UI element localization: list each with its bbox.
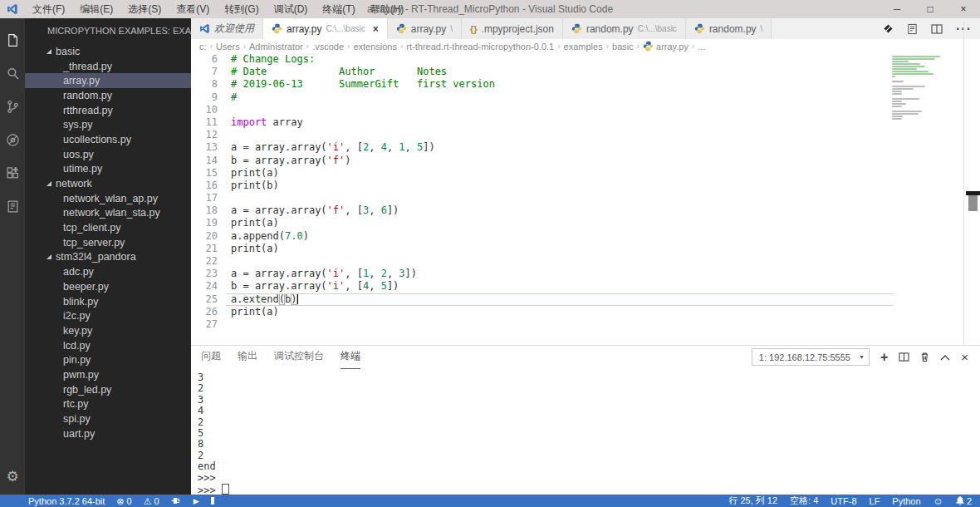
minimap-line	[892, 76, 895, 77]
tree-item-array-py[interactable]: array.py	[25, 73, 191, 88]
status-python-interpreter[interactable]: Python 3.7.2 64-bit	[28, 496, 105, 506]
tree-item-utime-py[interactable]: utime.py	[25, 162, 191, 177]
tree-item-rgb-led-py[interactable]: rgb_led.py	[25, 382, 191, 397]
breadcrumb-item-c[interactable]: c:	[199, 42, 207, 52]
breadcrumb-item-basic[interactable]: basic	[612, 42, 634, 52]
maximize-button[interactable]: □	[914, 0, 947, 18]
menu-t[interactable]: 终端(T)	[315, 0, 362, 18]
tree-item-pwm-py[interactable]: pwm.py	[25, 367, 191, 382]
extensions-icon[interactable]	[0, 156, 25, 190]
tree-item-stm32l4-pandora[interactable]: stm32l4_pandora	[25, 250, 191, 265]
menu-d[interactable]: 调试(D)	[267, 0, 316, 18]
menu-h[interactable]: 帮助(H)	[363, 0, 412, 18]
status-indentation[interactable]: 空格: 4	[790, 495, 818, 507]
breadcrumb-item-extensions[interactable]: extensions	[353, 42, 397, 52]
tab-random-py[interactable]: random.py\	[686, 18, 772, 39]
status-problems-errors[interactable]: ⊗0	[116, 496, 131, 506]
tree-item-label: _thread.py	[63, 61, 112, 72]
tree-item-beeper-py[interactable]: beeper.py	[25, 279, 191, 294]
status-cursor-position[interactable]: 行 25, 列 12	[728, 495, 777, 507]
menu-s[interactable]: 选择(S)	[120, 0, 169, 18]
breadcrumb-item-users[interactable]: Users	[216, 42, 240, 52]
tab-array-py[interactable]: array.py\	[388, 18, 462, 39]
explorer-icon[interactable]	[0, 23, 25, 57]
tab-problems[interactable]: 问题	[201, 346, 221, 368]
breadcrumb-item-vscode[interactable]: .vscode	[312, 42, 344, 52]
menu-e[interactable]: 编辑(E)	[72, 0, 120, 18]
tree-item-pin-py[interactable]: pin.py	[25, 352, 191, 367]
debug-icon[interactable]	[0, 123, 25, 156]
status-run-program[interactable]: ▶	[194, 495, 199, 506]
tree-item-random-py[interactable]: random.py	[25, 88, 191, 103]
close-panel-icon[interactable]: ×	[961, 350, 968, 364]
tree-item-spi-py[interactable]: spi.py	[25, 411, 191, 426]
status-eol-sequence[interactable]: LF	[870, 496, 880, 506]
status-language-mode[interactable]: Python	[892, 496, 920, 506]
tree-item-blink-py[interactable]: blink.py	[25, 294, 191, 309]
gear-icon[interactable]: ⚙	[0, 458, 25, 495]
terminal-line: 2	[198, 450, 980, 461]
open-preview-icon[interactable]	[907, 23, 918, 35]
tree-item-uos-py[interactable]: uos.py	[25, 147, 191, 162]
close-tab-icon[interactable]: ×	[373, 23, 379, 35]
tree-item-uart-py[interactable]: uart.py	[25, 426, 191, 441]
split-terminal-icon[interactable]	[899, 352, 909, 362]
rt-thread-download-icon[interactable]	[883, 23, 894, 34]
tab-random-py[interactable]: random.pyC:\...\basic	[563, 18, 686, 39]
tree-item-label: beeper.py	[63, 281, 109, 293]
tree-item-tcp-server-py[interactable]: tcp_server.py	[25, 235, 191, 250]
menu-f[interactable]: 文件(F)	[25, 0, 72, 18]
status-problems-warnings[interactable]: ⚠0	[144, 496, 159, 506]
breadcrumb-item-array-py[interactable]: array.py	[643, 41, 688, 52]
code-editor[interactable]: 6# Change Logs:7# Date Author Notes8# 20…	[191, 53, 980, 345]
tree-item-rtc-py[interactable]: rtc.py	[25, 397, 191, 412]
close-button[interactable]: ×	[947, 0, 980, 18]
tree-item-basic[interactable]: basic	[25, 44, 191, 59]
tree-item-key-py[interactable]: key.py	[25, 323, 191, 338]
tab-terminal[interactable]: 终端	[341, 346, 360, 369]
breadcrumb-item-administrator[interactable]: Administrator	[249, 42, 303, 52]
scrollbar-thumb[interactable]	[968, 195, 978, 211]
tree-item-network[interactable]: network	[25, 176, 191, 191]
split-editor-icon[interactable]	[931, 24, 943, 34]
breadcrumb-item-rt-thread-rt-thread-micropython-0-0-1[interactable]: rt-thread.rt-thread-micropython-0.0.1	[406, 42, 554, 52]
terminal-select[interactable]: 1: 192.168.12.75:5555 ▼	[752, 348, 870, 366]
code-text: b = array.array('f')	[218, 155, 351, 167]
tab-output[interactable]: 输出	[238, 346, 257, 368]
tree-item-adc-py[interactable]: adc.py	[25, 264, 191, 279]
tree-item-network-wlan-ap-py[interactable]: network_wlan_ap.py	[25, 191, 191, 206]
tab-mpyproject-json[interactable]: {}.mpyproject.json	[462, 18, 563, 39]
menu-g[interactable]: 转到(G)	[217, 0, 266, 18]
minimap[interactable]	[892, 56, 962, 123]
tree-item-ucollections-py[interactable]: ucollections.py	[25, 132, 191, 147]
menu-v[interactable]: 查看(V)	[169, 0, 217, 18]
status-device-connect[interactable]	[171, 496, 182, 505]
status-encoding[interactable]: UTF-8	[831, 496, 856, 506]
tree-item-rtthread-py[interactable]: rtthread.py	[25, 103, 191, 118]
tree-item-sys-py[interactable]: sys.py	[25, 117, 191, 132]
terminal[interactable]: 32342582end>>>>>>	[191, 368, 980, 495]
tree-item-tcp-client-py[interactable]: tcp_client.py	[25, 220, 191, 235]
tab-item[interactable]: 欢迎使用	[191, 18, 263, 39]
tab-array-py[interactable]: array.pyC:\...\basic×	[263, 18, 388, 39]
status-stop-program[interactable]	[211, 496, 214, 506]
status-notifications[interactable]: 2	[956, 496, 972, 506]
tree-item-i2c-py[interactable]: i2c.py	[25, 308, 191, 323]
breadcrumb-item-item[interactable]: ...	[698, 42, 705, 52]
source-control-icon[interactable]	[0, 90, 25, 123]
breadcrumb-item-examples[interactable]: examples	[564, 42, 603, 52]
tab-debug-console[interactable]: 调试控制台	[274, 346, 324, 368]
search-icon[interactable]	[0, 57, 25, 90]
minimize-button[interactable]: ─	[880, 0, 914, 18]
new-terminal-icon[interactable]: +	[880, 350, 888, 365]
sidebar-section-header[interactable]: MICROPYTHON EXAMPLES: EXAMPLE...	[25, 18, 191, 41]
kill-terminal-icon[interactable]	[920, 352, 929, 362]
tree-item-network-wlan-sta-py[interactable]: network_wlan_sta.py	[25, 206, 191, 221]
maximize-panel-icon[interactable]	[940, 354, 950, 361]
tree-item-thread-py[interactable]: _thread.py	[25, 59, 191, 74]
terminal-line: >>>	[198, 484, 980, 495]
plug-icon	[171, 496, 182, 505]
status-feedback[interactable]: ☺	[933, 496, 943, 506]
tree-item-lcd-py[interactable]: lcd.py	[25, 338, 191, 353]
docs-icon[interactable]	[0, 190, 25, 223]
